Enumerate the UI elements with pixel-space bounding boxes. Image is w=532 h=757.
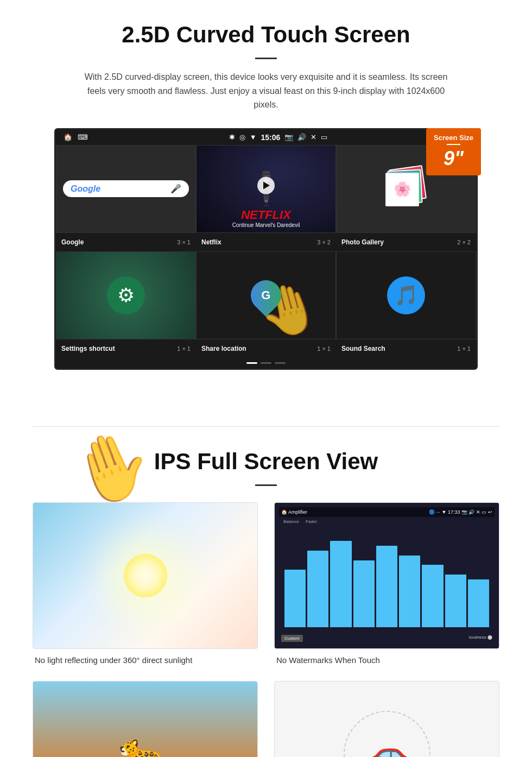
amp-bars [279,526,495,633]
cheetah-icon: 🐆 [118,729,173,757]
app-labels-row1: Google 3 × 1 Netflix 3 × 2 Photo Gallery… [56,233,476,251]
section1-title: 2.5D Curved Touch Screen [33,22,499,48]
google-logo: Google [71,184,100,194]
photo-stack: 🌸 [384,167,428,211]
home-icon[interactable]: 🏠 [64,133,72,141]
netflix-cell-inner: 🕴 NETFLIX Continue Marvel's Daredevil [197,146,335,232]
netflix-logo: NETFLIX [201,208,331,222]
feature-image-amplifier: 🏠 Amplifier 🔵 ··· ▼ 17:33 📷 🔊 ✕ ▭ ↩ Bala… [274,502,499,649]
google-cell-inner: Google 🎤 [56,146,195,232]
page-dot-1 [261,362,271,364]
settings-label-cell: Settings shortcut 1 × 1 [56,343,196,355]
netflix-size: 3 × 2 [317,239,331,245]
amp-bar-6 [399,556,420,627]
share-cell-inner: G 🤚 [197,252,335,339]
close-icon[interactable]: ✕ [311,133,316,141]
amp-bar-2 [307,551,328,627]
photo-gallery-label-cell: Photo Gallery 2 × 2 [336,236,476,248]
settings-cell-inner: ⚙ [56,252,195,339]
sunlight-glow [124,554,167,597]
settings-icon-circle: ⚙ [107,276,145,314]
maps-pin-icon: G [244,274,287,317]
badge-size: 9" [444,147,464,169]
feature-cheetah: 🐆 Super Fast Response [33,681,258,757]
netflix-subtitle: Continue Marvel's Daredevil [201,222,331,228]
mic-icon[interactable]: 🎤 [170,184,181,194]
amp-bar-8 [445,575,466,627]
usb-icon: ⌨ [78,133,88,141]
gear-icon: ⚙ [117,284,135,307]
feature-grid: No light reflecting under 360° direct su… [33,502,499,757]
settings-size: 1 × 1 [177,345,191,352]
bluetooth-icon: ✱ [229,133,235,141]
settings-label: Settings shortcut [61,345,115,352]
google-label-cell: Google 3 × 1 [56,236,196,248]
badge-label: Screen Size [434,134,473,142]
status-time: 15:06 [261,133,281,142]
amplifier-image: 🏠 Amplifier 🔵 ··· ▼ 17:33 📷 🔊 ✕ ▭ ↩ Bala… [275,503,499,648]
wifi-icon: ▼ [250,133,257,141]
page: 2.5D Curved Touch Screen With 2.5D curve… [0,0,532,757]
amp-title: 🏠 Amplifier [281,509,307,515]
share-location-cell[interactable]: G 🤚 [196,251,336,339]
page-dot-active [246,362,257,364]
status-center: ✱ ◎ ▼ 15:06 📷 🔊 ✕ ▭ [229,133,328,142]
netflix-label-cell: Netflix 3 × 2 [196,236,336,248]
sunlight-caption: No light reflecting under 360° direct su… [33,655,258,665]
feature-image-sunlight [33,502,258,649]
amp-bar-9 [468,579,489,627]
status-left: 🏠 ⌨ [64,133,88,141]
music-note-icon: 🎵 [394,284,419,307]
camera-icon: 📷 [284,133,293,141]
netflix-overlay: NETFLIX Continue Marvel's Daredevil [197,204,335,232]
google-size: 3 × 1 [177,239,191,245]
google-cell[interactable]: Google 🎤 [56,145,196,233]
maps-icon-wrapper: G [251,280,281,311]
netflix-label: Netflix [201,238,221,246]
share-label: Share location [201,345,246,352]
car-image: 🚗 [275,682,499,757]
cheetah-image: 🐆 [33,682,257,757]
window-icon[interactable]: ▭ [321,133,327,141]
photo-stack-item-3: 🌸 [385,173,419,206]
screen-size-badge: Screen Size 9" [426,128,481,175]
volume-icon: 🔊 [297,133,306,141]
music-icon-circle: 🎵 [387,276,425,314]
google-search-bar[interactable]: Google 🎤 [63,180,189,197]
amp-custom[interactable]: Custom [281,635,303,642]
amp-freq-labels: Balance Fader [279,517,495,526]
play-button[interactable] [257,176,275,194]
section1-underline [255,58,277,59]
play-triangle-icon [263,181,270,189]
photo-gallery-size: 2 × 2 [457,239,471,245]
feature-car: 🚗 Large Viewing Angle [274,681,499,757]
app-grid-row1: Google 🎤 🕴 [56,145,476,233]
car-top-view-icon: 🚗 [363,732,410,757]
section-divider [33,426,499,427]
netflix-cell[interactable]: 🕴 NETFLIX Continue Marvel's Daredevil [196,145,336,233]
amp-fader: Fader [306,519,317,524]
photo-gallery-label: Photo Gallery [341,238,384,246]
feature-image-car: 🚗 [274,681,499,757]
amp-balance: Balance [283,519,299,524]
section2-underline [255,484,277,486]
feature-image-cheetah: 🐆 [33,681,258,757]
amplifier-caption: No Watermarks When Touch [274,655,499,665]
amp-time: 🔵 ··· ▼ 17:33 📷 🔊 ✕ ▭ ↩ [429,509,492,515]
location-icon: ◎ [239,133,245,141]
status-bar: 🏠 ⌨ ✱ ◎ ▼ 15:06 📷 🔊 ✕ ▭ [56,130,476,145]
amp-bar-4 [353,560,375,627]
amp-loudness: loudness ⬤ [469,635,492,642]
car-circle: 🚗 [344,711,430,757]
flower-icon: 🌸 [394,181,411,198]
google-label: Google [61,238,84,246]
amp-header: 🏠 Amplifier 🔵 ··· ▼ 17:33 📷 🔊 ✕ ▭ ↩ [279,507,495,517]
amp-bar-3 [330,541,351,627]
badge-underline [447,144,460,145]
feature-amplifier: 🏠 Amplifier 🔵 ··· ▼ 17:33 📷 🔊 ✕ ▭ ↩ Bala… [274,502,499,665]
amp-bar-1 [284,570,306,627]
settings-cell[interactable]: ⚙ [56,251,196,339]
section1-description: With 2.5D curved-display screen, this de… [76,70,456,112]
feature-sunlight: No light reflecting under 360° direct su… [33,502,258,665]
amp-bar-5 [376,546,397,627]
